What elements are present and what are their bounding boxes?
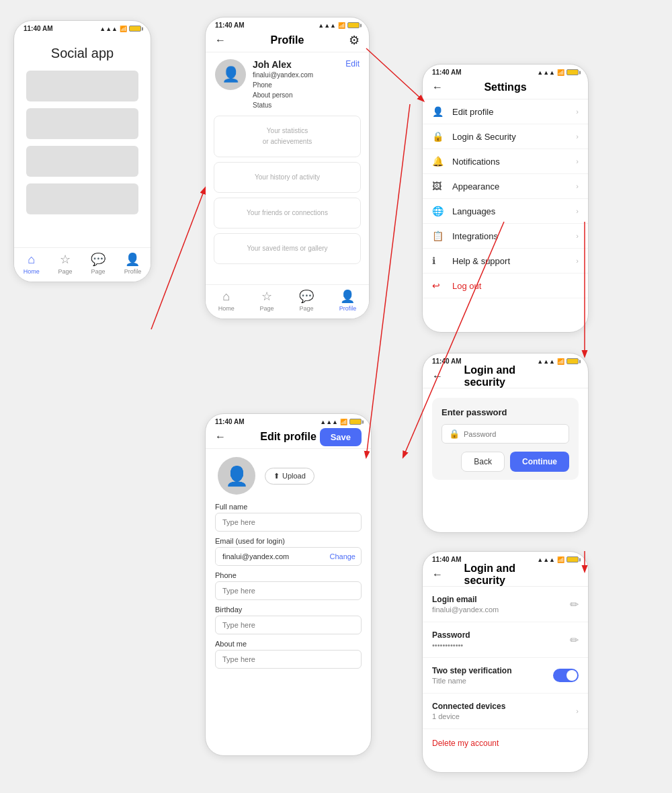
security-password-value: •••••••••••• (432, 641, 570, 649)
status-icons-6: ▲▲▲ 📶 (537, 556, 579, 563)
wifi-icon-4: 📶 (340, 419, 347, 425)
two-step-toggle[interactable] (553, 669, 579, 682)
status-icons-3: ▲▲▲ 📶 (537, 69, 579, 76)
chevron-help: › (576, 257, 579, 265)
fullname-input[interactable] (215, 513, 362, 532)
profile-nav-title: Profile (271, 34, 304, 46)
profile-stats: Your statisticsor achievements (214, 116, 361, 157)
wifi-icon-5: 📶 (557, 358, 564, 365)
time-5: 11:40 AM (432, 358, 462, 365)
aboutme-input[interactable] (215, 650, 362, 669)
save-button[interactable]: Save (320, 428, 362, 446)
wifi-icon-1: 📶 (120, 26, 127, 32)
settings-edit-profile[interactable]: 👤 Edit profile › (423, 99, 588, 124)
nav-profile-2[interactable]: 👤 Profile (339, 289, 357, 312)
lock-input-icon: 🔒 (449, 429, 460, 439)
phone-settings: 11:40 AM ▲▲▲ 📶 ← Settings 👤 Edit profile… (422, 64, 589, 333)
back-button-5[interactable]: ← (432, 370, 443, 382)
time-4: 11:40 AM (215, 418, 245, 425)
settings-languages[interactable]: 🌐 Languages › (423, 199, 588, 224)
social-card-1 (26, 71, 138, 101)
settings-appearance[interactable]: 🖼 Appearance › (423, 174, 588, 199)
settings-help[interactable]: ℹ Help & support › (423, 249, 588, 274)
svg-line-6 (366, 104, 410, 457)
upload-button[interactable]: ⬆ Upload (265, 468, 314, 485)
settings-integrations[interactable]: 📋 Integrations › (423, 224, 588, 249)
svg-line-1 (151, 188, 205, 329)
page-icon-1: ☆ (60, 252, 71, 267)
profile-about: About person (253, 90, 339, 100)
time-2: 11:40 AM (215, 22, 245, 29)
settings-logout-label: Log out (452, 281, 579, 291)
signal-icon-3: ▲▲▲ (537, 69, 555, 76)
status-icons-4: ▲▲▲ 📶 (320, 419, 362, 425)
password-input[interactable] (464, 430, 562, 438)
status-icons-2: ▲▲▲ 📶 (318, 22, 360, 29)
social-card-3 (26, 146, 138, 177)
status-bar-1: 11:40 AM ▲▲▲ 📶 (14, 21, 151, 34)
edit-password-icon[interactable]: ✏ (570, 634, 579, 646)
security-2step-label: Two step verification (432, 666, 553, 675)
birthday-label: Birthday (215, 606, 362, 614)
nav-page2-2[interactable]: 💬 Page (299, 289, 314, 312)
home-icon-2: ⌂ (222, 290, 230, 304)
edit-email-icon[interactable]: ✏ (570, 598, 579, 611)
nav-page2-1[interactable]: 💬 Page (91, 252, 106, 275)
social-card-4 (26, 183, 138, 214)
continue-button[interactable]: Continue (510, 452, 569, 472)
chevron-edit-profile: › (576, 108, 579, 116)
help-icon: ℹ (432, 255, 447, 266)
phone-label: Phone (215, 571, 362, 579)
chevron-appearance: › (576, 182, 579, 190)
nav-home-2[interactable]: ⌂ Home (218, 290, 235, 312)
nav-home-1[interactable]: ⌂ Home (24, 253, 40, 275)
password-card: Enter password 🔒 Back Continue (432, 398, 579, 480)
bottom-nav-1: ⌂ Home ☆ Page 💬 Page 👤 Profile (14, 247, 151, 282)
chevron-languages: › (576, 207, 579, 215)
nav-page2-label-2: Page (300, 305, 314, 312)
settings-login-security[interactable]: 🔒 Login & Security › (423, 124, 588, 149)
email-label: Email (used for login) (215, 537, 362, 545)
phone-input[interactable] (215, 581, 362, 600)
settings-logout[interactable]: ↩ Log out (423, 274, 588, 298)
back-button-4[interactable]: ← (215, 431, 226, 443)
profile-history: Your history of activity (214, 162, 361, 193)
social-card-2 (26, 108, 138, 139)
chevron-notifications: › (576, 157, 579, 165)
nav-page2-label-1: Page (91, 268, 106, 275)
appearance-icon: 🖼 (432, 181, 447, 192)
back-button-2[interactable]: ← (215, 34, 226, 46)
nav-page1-1[interactable]: ☆ Page (58, 252, 72, 275)
birthday-input[interactable] (215, 616, 362, 634)
email-field: Email (used for login) Change (215, 537, 362, 566)
settings-notifications-label: Notifications (452, 157, 576, 167)
profile-email: finalui@yandex.com (253, 70, 339, 80)
phone-social-app: 11:40 AM ▲▲▲ 📶 Social app ⌂ Home ☆ Page … (13, 20, 151, 282)
settings-appearance-label: Appearance (452, 181, 576, 192)
edit-profile-link[interactable]: Edit (345, 59, 360, 69)
password-input-row: 🔒 (442, 424, 569, 444)
settings-gear-icon[interactable]: ⚙ (349, 33, 360, 48)
email-input[interactable] (216, 548, 324, 565)
nav-profile-1[interactable]: 👤 Profile (124, 252, 142, 275)
security-devices-info: Connected devices 1 device (432, 702, 576, 720)
battery-icon-6 (566, 556, 579, 562)
fullname-field: Full name (215, 503, 362, 532)
delete-account-button[interactable]: Delete my account (423, 729, 588, 757)
nav-page1-2[interactable]: ☆ Page (259, 289, 274, 312)
time-1: 11:40 AM (24, 25, 53, 32)
nav-bar-4: ← Edit profile Save (206, 427, 371, 449)
profile-phone: Phone (253, 80, 339, 90)
back-button-pw[interactable]: Back (461, 452, 505, 472)
time-6: 11:40 AM (432, 556, 462, 563)
settings-help-label: Help & support (452, 256, 576, 266)
profile-saved: Your saved items or gallery (214, 233, 361, 264)
change-email-link[interactable]: Change (324, 552, 361, 560)
back-button-3[interactable]: ← (432, 81, 443, 93)
signal-icon-2: ▲▲▲ (318, 22, 336, 29)
signal-icon-6: ▲▲▲ (537, 556, 555, 563)
phone-login-security-detail: 11:40 AM ▲▲▲ 📶 ← Login and security Logi… (422, 551, 589, 773)
settings-notifications[interactable]: 🔔 Notifications › (423, 149, 588, 174)
back-button-6[interactable]: ← (432, 569, 443, 581)
time-3: 11:40 AM (432, 69, 462, 76)
